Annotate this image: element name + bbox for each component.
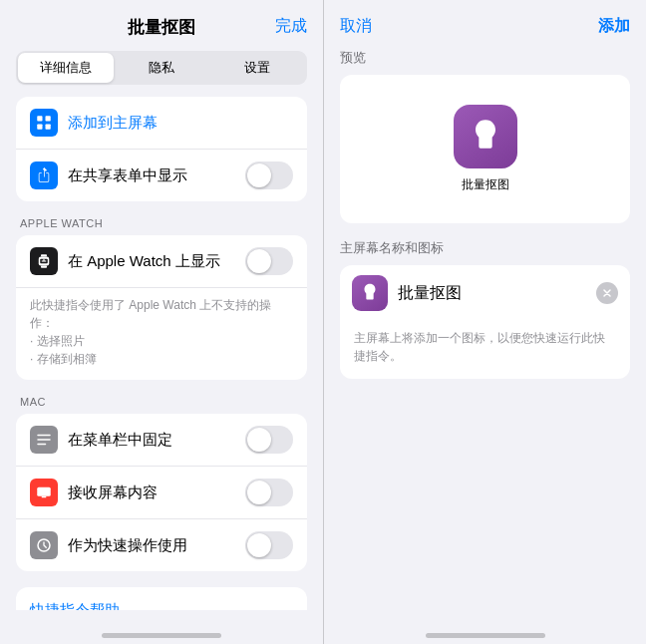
mac-menu-text: 在菜单栏中固定 (68, 431, 245, 450)
tabs-bar: 详细信息 隐私 设置 (16, 51, 307, 85)
share-icon (30, 161, 58, 189)
share-row: 在共享表单中显示 (16, 150, 307, 201)
homescreen-app-icon (352, 275, 388, 311)
help-section[interactable]: 快捷指令帮助 (16, 587, 307, 610)
mac-menu-icon (30, 426, 58, 454)
homescreen-name-row: 批量抠图 (340, 265, 630, 321)
mac-screen-row: 接收屏幕内容 (16, 467, 307, 519)
left-content: 添加到主屏幕 在共享表单中显示 APPLE WATCH 在 Apple Watc… (0, 97, 323, 610)
svg-rect-1 (46, 116, 51, 121)
left-header: 批量抠图 完成 (0, 0, 323, 51)
svg-rect-2 (37, 125, 42, 130)
add-button[interactable]: 添加 (598, 16, 630, 37)
svg-point-13 (43, 490, 45, 492)
tab-details[interactable]: 详细信息 (18, 53, 114, 83)
preview-section: 预览 批量抠图 (340, 49, 630, 223)
help-text[interactable]: 快捷指令帮助 (16, 587, 307, 610)
mac-quick-toggle[interactable] (245, 531, 293, 559)
mac-screen-text: 接收屏幕内容 (68, 483, 245, 502)
mac-screen-icon (30, 479, 58, 506)
left-title: 批量抠图 (16, 16, 307, 39)
app-preview-icon (454, 105, 517, 168)
homescreen-section: 主屏幕名称和图标 批量抠图 主屏幕上将添加一个图标，以便您快速运行此快捷指令。 (340, 239, 630, 379)
mac-menu-row: 在菜单栏中固定 (16, 414, 307, 467)
share-toggle[interactable] (245, 161, 293, 189)
homescreen-box: 批量抠图 主屏幕上将添加一个图标，以便您快速运行此快捷指令。 (340, 265, 630, 379)
right-home-indicator (426, 633, 545, 638)
apple-watch-section: 在 Apple Watch 上显示 此快捷指令使用了 Apple Watch 上… (16, 235, 307, 380)
tab-settings[interactable]: 设置 (209, 53, 305, 83)
left-bottom-bar (0, 610, 323, 644)
apple-watch-icon (30, 247, 58, 275)
left-panel: 批量抠图 完成 详细信息 隐私 设置 添加到主屏幕 在共享表单中显示 (0, 0, 323, 644)
mac-section: 在菜单栏中固定 接收屏幕内容 作为快速操作使用 (16, 414, 307, 571)
app-preview-name: 批量抠图 (462, 176, 509, 193)
add-homescreen-row[interactable]: 添加到主屏幕 (16, 97, 307, 150)
mac-quick-row: 作为快速操作使用 (16, 519, 307, 571)
mac-quick-icon (30, 531, 58, 559)
svg-rect-3 (46, 125, 51, 130)
mac-screen-toggle[interactable] (245, 479, 293, 506)
apple-watch-toggle[interactable] (245, 247, 293, 275)
right-header: 取消 添加 (324, 0, 646, 49)
mac-menu-toggle[interactable] (245, 426, 293, 454)
left-home-indicator (102, 633, 221, 638)
preview-label: 预览 (340, 49, 630, 67)
svg-rect-4 (41, 254, 47, 256)
main-section: 添加到主屏幕 在共享表单中显示 (16, 97, 307, 201)
mac-label: MAC (20, 396, 303, 408)
add-homescreen-icon (30, 109, 58, 137)
apple-watch-text: 在 Apple Watch 上显示 (68, 252, 245, 271)
right-bottom-bar (324, 610, 646, 644)
svg-rect-9 (37, 439, 51, 441)
clear-button[interactable] (596, 282, 618, 304)
homescreen-section-label: 主屏幕名称和图标 (340, 239, 630, 257)
homescreen-name-text: 批量抠图 (398, 283, 596, 304)
tab-privacy[interactable]: 隐私 (114, 53, 209, 83)
svg-rect-5 (41, 266, 47, 268)
svg-rect-0 (37, 116, 42, 121)
apple-watch-note: 此快捷指令使用了 Apple Watch 上不支持的操作：· 选择照片· 存储到… (16, 288, 307, 380)
share-text: 在共享表单中显示 (68, 166, 245, 185)
svg-rect-10 (37, 444, 46, 446)
homescreen-desc-text: 主屏幕上将添加一个图标，以便您快速运行此快捷指令。 (340, 321, 630, 379)
mac-quick-text: 作为快速操作使用 (68, 536, 245, 555)
svg-rect-8 (37, 435, 51, 437)
apple-watch-row: 在 Apple Watch 上显示 (16, 235, 307, 288)
right-panel: 取消 添加 预览 批量抠图 主屏幕名称和图标 批量 (323, 0, 646, 644)
add-homescreen-text: 添加到主屏幕 (68, 114, 293, 133)
apple-watch-label: APPLE WATCH (20, 217, 303, 229)
cancel-button[interactable]: 取消 (340, 16, 372, 37)
preview-box: 批量抠图 (340, 75, 630, 223)
done-button[interactable]: 完成 (275, 16, 307, 37)
